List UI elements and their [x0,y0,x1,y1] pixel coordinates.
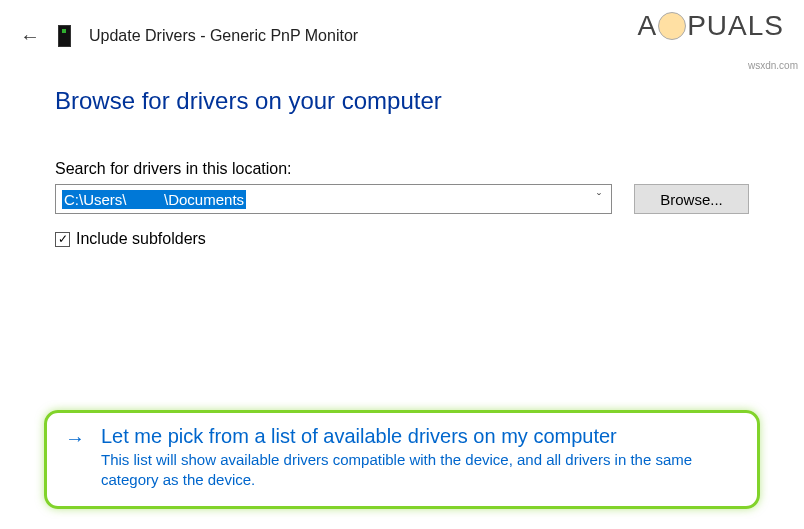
include-subfolders-checkbox[interactable]: ✓ [55,232,70,247]
watermark-head-icon [658,12,686,40]
include-subfolders-label: Include subfolders [76,230,206,248]
pick-option-title: Let me pick from a list of available dri… [101,425,739,448]
page-heading: Browse for drivers on your computer [55,87,749,115]
arrow-right-icon: → [65,425,85,491]
monitor-icon [58,25,71,47]
path-suffix: \Documents [164,191,244,208]
search-location-label: Search for drivers in this location: [55,160,749,178]
checkmark-icon: ✓ [58,233,68,245]
watermark-logo: A PUALS [637,10,784,42]
path-prefix: C:\Users\ [64,191,127,208]
path-selection: C:\Users\ \Documents [62,190,246,209]
watermark-text-pre: A [637,10,657,42]
watermark-text-post: PUALS [687,10,784,42]
pick-option-description: This list will show available drivers co… [101,450,739,491]
chevron-down-icon[interactable]: ˇ [597,192,601,206]
search-location-input[interactable]: C:\Users\ \Documents ˇ [55,184,612,214]
back-arrow-icon[interactable]: ← [20,26,40,46]
window-title: Update Drivers - Generic PnP Monitor [89,27,358,45]
pick-from-list-option[interactable]: → Let me pick from a list of available d… [44,410,760,510]
browse-button[interactable]: Browse... [634,184,749,214]
path-redacted [127,191,165,208]
attribution-text: wsxdn.com [748,60,798,71]
